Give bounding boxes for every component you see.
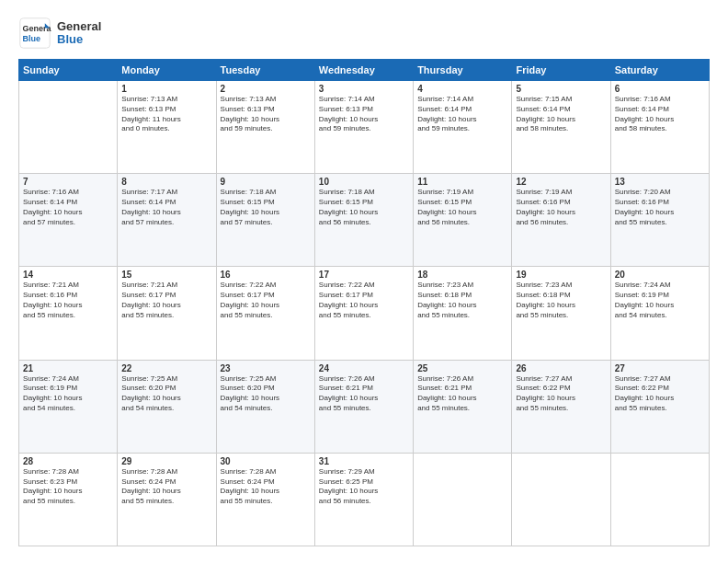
- day-cell: 5Sunrise: 7:15 AM Sunset: 6:14 PM Daylig…: [512, 81, 610, 174]
- logo-text-general: General: [57, 20, 101, 33]
- day-number: 7: [23, 177, 113, 187]
- day-cell: 12Sunrise: 7:19 AM Sunset: 6:16 PM Dayli…: [512, 174, 610, 267]
- day-info: Sunrise: 7:22 AM Sunset: 6:17 PM Dayligh…: [319, 281, 409, 320]
- header: General Blue General Blue: [18, 17, 710, 50]
- day-info: Sunrise: 7:25 AM Sunset: 6:20 PM Dayligh…: [121, 374, 211, 414]
- day-info: Sunrise: 7:28 AM Sunset: 6:24 PM Dayligh…: [221, 467, 311, 507]
- day-cell: 18Sunrise: 7:23 AM Sunset: 6:18 PM Dayli…: [414, 267, 512, 360]
- day-info: Sunrise: 7:23 AM Sunset: 6:18 PM Dayligh…: [417, 281, 507, 320]
- day-cell: 11Sunrise: 7:19 AM Sunset: 6:15 PM Dayli…: [414, 174, 512, 267]
- logo-text-blue: Blue: [57, 33, 101, 46]
- day-number: 5: [516, 84, 606, 94]
- day-cell: 3Sunrise: 7:14 AM Sunset: 6:13 PM Daylig…: [314, 81, 413, 174]
- day-number: 6: [615, 84, 705, 94]
- day-info: Sunrise: 7:28 AM Sunset: 6:23 PM Dayligh…: [23, 467, 113, 507]
- day-number: 4: [417, 84, 507, 94]
- day-cell: 15Sunrise: 7:21 AM Sunset: 6:17 PM Dayli…: [118, 267, 216, 360]
- week-row-5: 28Sunrise: 7:28 AM Sunset: 6:23 PM Dayli…: [19, 453, 710, 546]
- day-info: Sunrise: 7:24 AM Sunset: 6:19 PM Dayligh…: [615, 281, 705, 320]
- day-number: 8: [121, 177, 211, 187]
- day-cell: 26Sunrise: 7:27 AM Sunset: 6:22 PM Dayli…: [512, 360, 610, 453]
- day-cell: 19Sunrise: 7:23 AM Sunset: 6:18 PM Dayli…: [512, 267, 610, 360]
- day-number: 21: [23, 363, 113, 373]
- day-number: 19: [516, 270, 606, 280]
- column-header-friday: Friday: [512, 60, 610, 81]
- day-cell: 9Sunrise: 7:18 AM Sunset: 6:15 PM Daylig…: [216, 174, 314, 267]
- day-cell: 21Sunrise: 7:24 AM Sunset: 6:19 PM Dayli…: [19, 360, 118, 453]
- column-header-monday: Monday: [118, 60, 216, 81]
- day-number: 3: [319, 84, 409, 94]
- day-number: 23: [221, 363, 311, 373]
- day-number: 17: [319, 270, 409, 280]
- day-cell: 29Sunrise: 7:28 AM Sunset: 6:24 PM Dayli…: [118, 453, 216, 546]
- day-info: Sunrise: 7:13 AM Sunset: 6:13 PM Dayligh…: [121, 95, 211, 134]
- day-info: Sunrise: 7:22 AM Sunset: 6:17 PM Dayligh…: [221, 281, 311, 320]
- day-cell: 10Sunrise: 7:18 AM Sunset: 6:15 PM Dayli…: [314, 174, 413, 267]
- day-cell: 8Sunrise: 7:17 AM Sunset: 6:14 PM Daylig…: [118, 174, 216, 267]
- day-cell: 7Sunrise: 7:16 AM Sunset: 6:14 PM Daylig…: [19, 174, 118, 267]
- week-row-1: 1Sunrise: 7:13 AM Sunset: 6:13 PM Daylig…: [19, 81, 710, 174]
- day-number: 10: [319, 177, 409, 187]
- day-cell: [512, 453, 610, 546]
- day-info: Sunrise: 7:27 AM Sunset: 6:22 PM Dayligh…: [516, 374, 606, 414]
- day-info: Sunrise: 7:16 AM Sunset: 6:14 PM Dayligh…: [615, 95, 705, 134]
- page: General Blue General Blue SundayMondayTu…: [0, 0, 728, 563]
- day-number: 18: [417, 270, 507, 280]
- day-number: 11: [417, 177, 507, 187]
- day-cell: 24Sunrise: 7:26 AM Sunset: 6:21 PM Dayli…: [314, 360, 413, 453]
- day-number: 27: [615, 363, 705, 373]
- day-cell: [414, 453, 512, 546]
- day-cell: 31Sunrise: 7:29 AM Sunset: 6:25 PM Dayli…: [314, 453, 413, 546]
- day-cell: 16Sunrise: 7:22 AM Sunset: 6:17 PM Dayli…: [216, 267, 314, 360]
- day-info: Sunrise: 7:28 AM Sunset: 6:24 PM Dayligh…: [121, 467, 211, 507]
- day-number: 24: [319, 363, 409, 373]
- week-row-3: 14Sunrise: 7:21 AM Sunset: 6:16 PM Dayli…: [19, 267, 710, 360]
- day-cell: 22Sunrise: 7:25 AM Sunset: 6:20 PM Dayli…: [118, 360, 216, 453]
- day-number: 16: [221, 270, 311, 280]
- logo-icon: General Blue: [18, 17, 51, 50]
- day-info: Sunrise: 7:25 AM Sunset: 6:20 PM Dayligh…: [221, 374, 311, 414]
- day-info: Sunrise: 7:21 AM Sunset: 6:16 PM Dayligh…: [23, 281, 113, 320]
- day-info: Sunrise: 7:23 AM Sunset: 6:18 PM Dayligh…: [516, 281, 606, 320]
- day-number: 1: [121, 84, 211, 94]
- day-cell: 13Sunrise: 7:20 AM Sunset: 6:16 PM Dayli…: [610, 174, 709, 267]
- day-number: 14: [23, 270, 113, 280]
- day-number: 28: [23, 456, 113, 466]
- day-info: Sunrise: 7:19 AM Sunset: 6:16 PM Dayligh…: [516, 188, 606, 227]
- logo: General Blue General Blue: [18, 17, 101, 50]
- day-number: 2: [221, 84, 311, 94]
- column-header-wednesday: Wednesday: [314, 60, 413, 81]
- day-info: Sunrise: 7:14 AM Sunset: 6:14 PM Dayligh…: [417, 95, 507, 134]
- day-info: Sunrise: 7:19 AM Sunset: 6:15 PM Dayligh…: [417, 188, 507, 227]
- day-number: 31: [319, 456, 409, 466]
- day-info: Sunrise: 7:26 AM Sunset: 6:21 PM Dayligh…: [417, 374, 507, 414]
- svg-text:Blue: Blue: [23, 34, 41, 43]
- day-number: 26: [516, 363, 606, 373]
- calendar-body: 1Sunrise: 7:13 AM Sunset: 6:13 PM Daylig…: [19, 81, 710, 546]
- day-cell: 30Sunrise: 7:28 AM Sunset: 6:24 PM Dayli…: [216, 453, 314, 546]
- day-cell: 23Sunrise: 7:25 AM Sunset: 6:20 PM Dayli…: [216, 360, 314, 453]
- column-header-saturday: Saturday: [610, 60, 709, 81]
- day-info: Sunrise: 7:20 AM Sunset: 6:16 PM Dayligh…: [615, 188, 705, 227]
- day-number: 25: [417, 363, 507, 373]
- day-cell: 4Sunrise: 7:14 AM Sunset: 6:14 PM Daylig…: [414, 81, 512, 174]
- day-info: Sunrise: 7:18 AM Sunset: 6:15 PM Dayligh…: [319, 188, 409, 227]
- day-info: Sunrise: 7:13 AM Sunset: 6:13 PM Dayligh…: [221, 95, 311, 134]
- day-number: 12: [516, 177, 606, 187]
- day-info: Sunrise: 7:24 AM Sunset: 6:19 PM Dayligh…: [23, 374, 113, 414]
- day-number: 22: [121, 363, 211, 373]
- day-number: 13: [615, 177, 705, 187]
- day-cell: 2Sunrise: 7:13 AM Sunset: 6:13 PM Daylig…: [216, 81, 314, 174]
- day-cell: 14Sunrise: 7:21 AM Sunset: 6:16 PM Dayli…: [19, 267, 118, 360]
- day-number: 30: [221, 456, 311, 466]
- day-info: Sunrise: 7:26 AM Sunset: 6:21 PM Dayligh…: [319, 374, 409, 414]
- day-cell: 25Sunrise: 7:26 AM Sunset: 6:21 PM Dayli…: [414, 360, 512, 453]
- day-cell: 28Sunrise: 7:28 AM Sunset: 6:23 PM Dayli…: [19, 453, 118, 546]
- column-header-sunday: Sunday: [19, 60, 118, 81]
- day-cell: 6Sunrise: 7:16 AM Sunset: 6:14 PM Daylig…: [610, 81, 709, 174]
- day-info: Sunrise: 7:14 AM Sunset: 6:13 PM Dayligh…: [319, 95, 409, 134]
- day-info: Sunrise: 7:21 AM Sunset: 6:17 PM Dayligh…: [121, 281, 211, 320]
- day-number: 20: [615, 270, 705, 280]
- day-number: 29: [121, 456, 211, 466]
- calendar-header-row: SundayMondayTuesdayWednesdayThursdayFrid…: [19, 60, 710, 81]
